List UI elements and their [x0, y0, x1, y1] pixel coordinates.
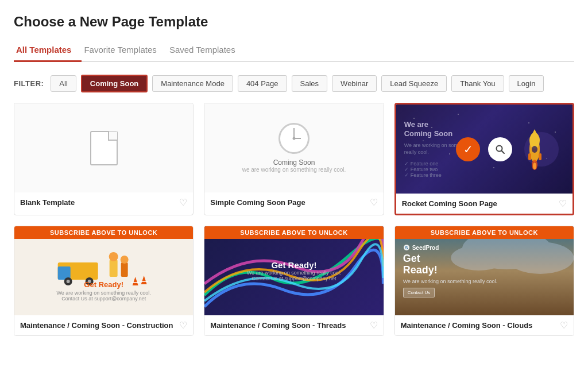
clouds-thumbnail: SUBSCRIBE ABOVE TO UNLOCK S SeedProd [395, 226, 574, 315]
rocket-thumb-bg: We areComing Soon We are working on some… [396, 105, 572, 194]
filter-btn-coming-soon[interactable]: Coming Soon [81, 75, 148, 92]
coming-soon-sublabel: we are working on something really cool. [242, 167, 346, 173]
template-name-construction: Maintenance / Coming Soon - Construction [20, 321, 173, 330]
tab-all-templates[interactable]: All Templates [14, 40, 82, 62]
template-card-rocket[interactable]: We areComing Soon We are working on some… [394, 103, 574, 215]
svg-rect-10 [110, 260, 118, 277]
clouds-thumb-bg: S SeedProd GetReady! We are working on s… [395, 226, 574, 315]
clock-icon [278, 123, 310, 154]
search-overlay-btn[interactable] [488, 137, 512, 161]
filter-btn-sales[interactable]: Sales [292, 75, 328, 92]
svg-rect-4 [539, 153, 541, 160]
templates-grid: Blank Template ♡ Coming Soon we are work… [14, 103, 574, 336]
svg-point-5 [532, 146, 537, 153]
svg-rect-3 [528, 153, 531, 160]
heart-icon-threads[interactable]: ♡ [370, 320, 378, 331]
template-footer-threads: Maintenance / Coming Soon - Threads ♡ [204, 315, 383, 335]
simple-coming-soon-thumbnail: Coming Soon we are working on something … [204, 103, 383, 192]
template-footer-construction: Maintenance / Coming Soon - Construction… [14, 315, 193, 335]
construction-thumb-bg: Get Ready! We are working on something r… [14, 226, 193, 315]
construction-contact: Contact Us at support@company.net [14, 296, 193, 302]
template-name-threads: Maintenance / Coming Soon - Threads [210, 321, 346, 330]
blank-thumbnail [14, 103, 193, 192]
template-name-simple: Simple Coming Soon Page [210, 198, 305, 207]
filter-btn-404[interactable]: 404 Page [238, 75, 287, 92]
check-overlay-btn[interactable]: ✓ [456, 137, 480, 161]
template-card-threads[interactable]: SUBSCRIBE ABOVE TO UNLOCK Get Ready! We … [204, 226, 384, 336]
coming-soon-label: Coming Soon [273, 159, 315, 167]
svg-marker-2 [529, 129, 540, 140]
svg-point-7 [533, 163, 536, 169]
tab-favorite-templates[interactable]: Favorite Templates [82, 40, 167, 62]
filter-row: FILTER: All Coming Soon Maintenance Mode… [14, 75, 574, 92]
filter-btn-lead-squeeze[interactable]: Lead Squeeze [381, 75, 447, 92]
threads-contact: Contact Us at support@company.net [247, 276, 341, 281]
svg-rect-12 [121, 262, 128, 277]
template-card-simple-coming-soon[interactable]: Coming Soon we are working on something … [204, 103, 384, 215]
threads-text-area: Get Ready! We are working on something r… [247, 260, 341, 281]
template-name-clouds: Maintenance / Coming Soon - Clouds [401, 321, 533, 330]
filter-btn-webinar[interactable]: Webinar [332, 75, 377, 92]
page-wrapper: Choose a New Page Template All Templates… [0, 0, 588, 371]
filter-btn-maintenance[interactable]: Maintenance Mode [152, 75, 233, 92]
construction-thumbnail: SUBSCRIBE ABOVE TO UNLOCK [14, 226, 193, 315]
threads-thumb-bg: Get Ready! We are working on something r… [204, 226, 383, 315]
clouds-subtext: We are working on something really cool. [403, 279, 574, 284]
get-ready-text: Get Ready! [14, 280, 193, 290]
threads-subtext: We are working on something really cool. [247, 270, 341, 276]
template-footer-rocket: Rocket Coming Soon Page ♡ [396, 194, 572, 214]
template-footer-clouds: Maintenance / Coming Soon - Clouds ♡ [395, 315, 574, 335]
svg-line-9 [502, 150, 505, 153]
blank-doc-icon [90, 131, 118, 165]
template-name-rocket: Rocket Coming Soon Page [402, 199, 497, 208]
template-card-construction[interactable]: SUBSCRIBE ABOVE TO UNLOCK [14, 226, 194, 336]
heart-icon-clouds[interactable]: ♡ [560, 320, 568, 331]
heart-icon-construction[interactable]: ♡ [179, 320, 187, 331]
template-card-clouds[interactable]: SUBSCRIBE ABOVE TO UNLOCK S SeedProd [394, 226, 574, 336]
construction-subtext: We are working on something really cool. [14, 290, 193, 296]
heart-icon-simple[interactable]: ♡ [370, 197, 378, 208]
filter-btn-login[interactable]: Login [509, 75, 544, 92]
search-icon [495, 144, 505, 154]
template-name-blank: Blank Template [20, 198, 75, 207]
subscribe-banner-construction: SUBSCRIBE ABOVE TO UNLOCK [14, 226, 193, 239]
construction-text-area: Get Ready! We are working on something r… [14, 280, 193, 302]
tabs-row: All Templates Favorite Templates Saved T… [14, 40, 574, 62]
threads-thumbnail: SUBSCRIBE ABOVE TO UNLOCK Get Ready! We … [204, 226, 383, 315]
threads-get-ready: Get Ready! [247, 260, 341, 270]
rocket-thumbnail: We areComing Soon We are working on some… [396, 105, 572, 194]
template-footer-simple: Simple Coming Soon Page ♡ [204, 192, 383, 212]
filter-label: FILTER: [14, 79, 44, 88]
rocket-svg [519, 123, 551, 175]
heart-icon-rocket[interactable]: ♡ [559, 198, 567, 209]
clouds-contact-btn[interactable]: Contact Us [403, 288, 435, 297]
heart-icon-blank[interactable]: ♡ [179, 197, 187, 208]
subscribe-banner-clouds: SUBSCRIBE ABOVE TO UNLOCK [395, 226, 574, 239]
svg-point-11 [109, 252, 118, 261]
template-footer-blank: Blank Template ♡ [14, 192, 193, 212]
template-card-blank[interactable]: Blank Template ♡ [14, 103, 194, 215]
clouds-get-ready: GetReady! [403, 253, 574, 276]
svg-point-13 [121, 256, 129, 264]
tab-saved-templates[interactable]: Saved Templates [167, 40, 246, 62]
filter-btn-all[interactable]: All [51, 75, 76, 92]
page-title: Choose a New Page Template [14, 14, 574, 30]
filter-btn-thank-you[interactable]: Thank You [451, 75, 504, 92]
subscribe-banner-threads: SUBSCRIBE ABOVE TO UNLOCK [204, 226, 383, 239]
